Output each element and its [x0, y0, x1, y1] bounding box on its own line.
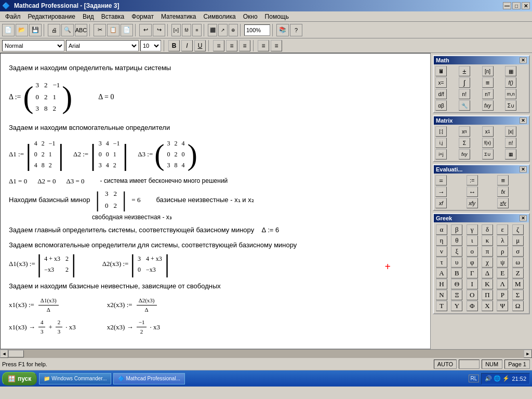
greek-Eta[interactable]: Η [436, 279, 447, 289]
spell-button[interactable]: ABC [75, 24, 87, 36]
greek-Psi[interactable]: Ψ [497, 301, 508, 311]
save-button[interactable]: 💾 [29, 24, 42, 36]
resources-button[interactable]: 📚 [276, 24, 289, 36]
copy-button[interactable]: 📋 [107, 24, 119, 36]
math-btn-int[interactable]: ∫ [459, 77, 470, 88]
align-right-button[interactable]: ≡ [239, 40, 250, 51]
menu-math[interactable]: Математика [158, 12, 200, 21]
undo-button[interactable]: ↩ [139, 24, 152, 36]
align-center-button[interactable]: ≡ [226, 40, 237, 51]
math-btn-nt[interactable]: nT [482, 89, 494, 99]
italic-button[interactable]: I [181, 40, 193, 51]
greek-omicron[interactable]: ο [467, 246, 478, 257]
minimize-button[interactable]: — [503, 2, 511, 9]
horizontal-scrollbar[interactable]: ◄ ► [0, 349, 532, 357]
greek-Theta[interactable]: Θ [451, 279, 462, 289]
mat-btn-6[interactable]: Σ [459, 138, 470, 148]
menu-format[interactable]: Формат [128, 12, 157, 21]
greek-Sigma[interactable]: Σ [512, 290, 524, 300]
align-left-button[interactable]: ≡ [213, 40, 224, 51]
menu-insert[interactable]: Вставка [98, 12, 128, 21]
greek-Gamma[interactable]: Γ [467, 268, 478, 278]
mat-btn-9[interactable]: i+j [435, 149, 447, 159]
greek-alpha[interactable]: α [436, 224, 447, 235]
new-button[interactable]: 📄 [2, 24, 15, 36]
menu-window[interactable]: Окно [240, 12, 261, 21]
math-btn-xeq[interactable]: x= [435, 77, 447, 88]
math-btn-mn[interactable]: m,n [505, 89, 516, 99]
tb-btn4[interactable]: ⬛ [208, 24, 217, 36]
greek-Tau[interactable]: Τ [436, 301, 447, 311]
menu-file[interactable]: Файл [2, 12, 24, 21]
math-btn-fx[interactable]: f() [505, 77, 516, 88]
greek-Beta[interactable]: Β [451, 268, 462, 278]
menu-symbolic[interactable]: Символика [201, 12, 239, 21]
menu-view[interactable]: Вид [79, 12, 97, 21]
font-select[interactable]: Arial [66, 40, 139, 51]
mat-btn-10[interactable]: fxy [459, 149, 470, 159]
underline-button[interactable]: U [194, 40, 206, 51]
print-button[interactable]: 🖨 [48, 24, 60, 36]
bold-button[interactable]: B [168, 40, 180, 51]
greek-Xi[interactable]: Ξ [451, 290, 462, 300]
mat-btn-7[interactable]: f(x) [482, 138, 494, 148]
greek-theta[interactable]: θ [451, 235, 462, 246]
redo-button[interactable]: ↪ [153, 24, 165, 36]
paste-button[interactable]: 📄 [121, 24, 133, 36]
greek-beta[interactable]: β [451, 224, 462, 235]
numlist-button[interactable]: ≡ [271, 40, 282, 51]
maximize-button[interactable]: □ [512, 2, 521, 9]
math-btn-pm[interactable]: ± [459, 66, 470, 76]
math-btn-tools[interactable]: 🔧 [459, 100, 470, 111]
style-select[interactable]: Normal [2, 40, 64, 51]
tb-btn3[interactable]: ≡ [192, 24, 202, 36]
eval-btn-dbarrow[interactable]: ↔ [467, 187, 478, 197]
mat-btn-4[interactable]: |x| [505, 126, 516, 137]
math-btn-nfact[interactable]: n! [459, 89, 470, 99]
greek-omega[interactable]: ω [512, 257, 524, 268]
hscroll-left[interactable]: ◄ [0, 350, 8, 358]
math-btn-equiv[interactable]: ≡ [482, 77, 494, 88]
greek-Upsilon[interactable]: Υ [451, 301, 462, 311]
math-btn-matrix[interactable]: [n] [482, 66, 494, 76]
taskbar-app-wincmd[interactable]: 📁 Windows Commander... [39, 373, 111, 384]
greek-chi[interactable]: χ [482, 257, 493, 268]
tb-btn5[interactable]: ↗ [218, 24, 228, 36]
greek-pi[interactable]: π [482, 246, 493, 257]
mat-btn-2[interactable]: xn [459, 126, 470, 137]
greek-Rho[interactable]: Ρ [497, 290, 508, 300]
greek-Chi[interactable]: Χ [482, 301, 493, 311]
greek-Mu[interactable]: Μ [512, 279, 524, 289]
math-panel-close[interactable]: ✕ [520, 57, 527, 63]
mat-btn-11[interactable]: Σ∪ [482, 149, 494, 159]
greek-Delta[interactable]: Δ [482, 268, 493, 278]
eval-btn-equiv[interactable]: ≡ [497, 175, 509, 185]
greek-tau[interactable]: τ [436, 257, 447, 268]
taskbar-app-mathcad[interactable]: 🔷 Mathcad Professional... [113, 373, 185, 384]
mat-btn-1[interactable]: [:] [435, 126, 447, 137]
greek-xi[interactable]: ξ [451, 246, 462, 257]
zoom-input[interactable] [244, 24, 270, 36]
greek-delta[interactable]: δ [482, 224, 493, 235]
open-button[interactable]: 📂 [16, 24, 28, 36]
math-btn-calc[interactable]: 🖩 [435, 66, 447, 76]
tb-btn1[interactable]: [=] [171, 24, 181, 36]
greek-rho[interactable]: ρ [497, 246, 508, 257]
greek-Kappa[interactable]: Κ [482, 279, 493, 289]
hscroll-right[interactable]: ► [524, 350, 532, 358]
greek-Omega[interactable]: Ω [512, 301, 524, 311]
greek-Lambda[interactable]: Λ [497, 279, 508, 289]
greek-panel-close[interactable]: ✕ [520, 215, 527, 221]
greek-lambda[interactable]: λ [497, 235, 508, 246]
tb-btn2[interactable]: f∂ [182, 24, 191, 36]
eval-btn-xf[interactable]: xf [435, 198, 447, 208]
eval-panel-close[interactable]: ✕ [520, 166, 527, 172]
greek-Iota[interactable]: Ι [467, 279, 478, 289]
greek-mu[interactable]: μ [512, 235, 524, 246]
greek-Epsilon[interactable]: Ε [497, 268, 508, 278]
start-button[interactable]: 🪟 пуск [2, 372, 37, 385]
eval-btn-arrow[interactable]: → [435, 187, 447, 197]
greek-Alpha[interactable]: Α [436, 268, 447, 278]
tb-btn6[interactable]: ⊕ [229, 24, 238, 36]
greek-phi[interactable]: φ [467, 257, 478, 268]
